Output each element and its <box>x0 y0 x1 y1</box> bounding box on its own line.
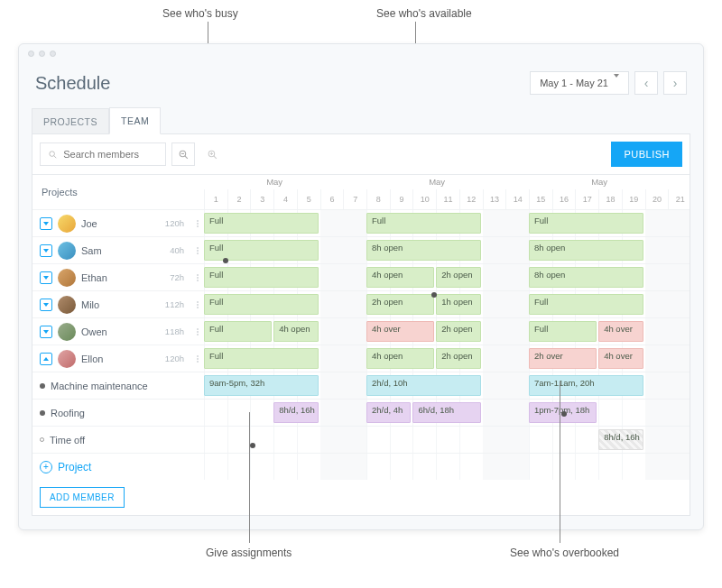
schedule-block[interactable]: 4h over <box>598 348 643 369</box>
schedule-block[interactable]: 2h open <box>366 294 434 315</box>
day-header: 20 <box>645 189 669 209</box>
schedule-block[interactable]: Full <box>529 321 597 342</box>
schedule-block[interactable]: Full <box>366 213 481 234</box>
date-range-picker[interactable]: May 1 - May 21 <box>530 71 629 95</box>
expand-toggle[interactable] <box>40 299 52 311</box>
schedule-block[interactable]: 8h/d, 16h <box>598 429 643 450</box>
expand-toggle[interactable] <box>40 353 52 365</box>
schedule-block[interactable]: Full <box>204 294 319 315</box>
busy-marker-dot <box>223 258 228 263</box>
expand-toggle[interactable] <box>40 271 52 284</box>
add-project-button[interactable]: +Project <box>32 454 204 480</box>
schedule-block[interactable]: 2h open <box>436 348 480 369</box>
schedule-block[interactable]: 6h/d, 18h <box>412 402 480 423</box>
schedule-block[interactable]: Full <box>204 213 319 234</box>
timeline-header: MayMayMay 123456789101112131415161718192… <box>204 175 690 209</box>
schedule-block[interactable]: 8h open <box>366 240 481 261</box>
drag-handle-icon[interactable] <box>197 247 199 254</box>
drag-handle-icon[interactable] <box>197 301 199 308</box>
zoom-in-button[interactable] <box>200 142 224 166</box>
avatar <box>58 323 76 341</box>
tab-team[interactable]: TEAM <box>109 107 161 134</box>
schedule-block[interactable]: 4h open <box>273 321 318 342</box>
grid-header-left: Projects <box>32 175 204 209</box>
prev-range-button[interactable] <box>634 71 658 95</box>
member-name: Owen <box>81 326 107 337</box>
member-hours: 40h <box>170 245 184 255</box>
schedule-block[interactable]: 1h open <box>436 294 480 315</box>
publish-button[interactable]: PUBLISH <box>611 142 682 167</box>
day-header: 6 <box>320 189 344 209</box>
search-input-wrapper[interactable] <box>40 142 166 166</box>
schedule-block[interactable]: 2h/d, 4h <box>366 402 411 423</box>
view-tabs: PROJECTS TEAM <box>19 107 703 134</box>
schedule-block[interactable]: 7am-11am, 20h <box>529 375 643 396</box>
member-name: Ellon <box>81 354 103 364</box>
overbooked-marker-dot <box>561 411 567 417</box>
callout-busy: See who's busy <box>162 7 238 20</box>
search-input[interactable] <box>63 149 158 160</box>
callout-available: See who's available <box>376 7 472 20</box>
day-header: 2 <box>227 189 251 209</box>
schedule-block[interactable]: 4h over <box>598 321 643 342</box>
schedule-block[interactable]: 9am-5pm, 32h <box>204 375 319 396</box>
window-dot <box>28 51 34 57</box>
expand-toggle[interactable] <box>40 326 52 338</box>
callout-assignments: Give assignments <box>206 547 292 559</box>
drag-handle-icon[interactable] <box>197 274 199 281</box>
schedule-block[interactable]: Full <box>204 240 319 261</box>
day-header: 13 <box>483 189 506 209</box>
schedule-block[interactable]: 2h open <box>436 321 480 342</box>
bullet-icon <box>40 437 44 442</box>
day-header: 14 <box>505 189 529 209</box>
expand-toggle[interactable] <box>40 244 52 257</box>
zoom-out-button[interactable] <box>171 142 195 166</box>
bullet-icon <box>40 383 45 389</box>
drag-handle-icon[interactable] <box>197 328 199 335</box>
avatar <box>58 296 76 314</box>
plus-icon: + <box>40 461 52 473</box>
tab-projects[interactable]: PROJECTS <box>32 108 109 134</box>
schedule-block[interactable]: Full <box>529 213 643 234</box>
month-label: May <box>429 177 445 187</box>
schedule-block[interactable]: 4h over <box>366 321 434 342</box>
date-range-label: May 1 - May 21 <box>540 78 608 88</box>
add-member-button[interactable]: ADD MEMBER <box>40 487 125 508</box>
window-dot <box>50 51 56 57</box>
schedule-block[interactable]: 2h/d, 10h <box>366 375 481 396</box>
drag-handle-icon[interactable] <box>197 355 199 363</box>
schedule-block[interactable]: 8h/d, 16h <box>273 402 318 423</box>
day-header: 1 <box>204 189 227 209</box>
day-header: 16 <box>552 189 576 209</box>
member-name: Milo <box>81 299 99 310</box>
avatar <box>58 215 76 233</box>
drag-handle-icon[interactable] <box>197 220 199 227</box>
member-hours: 112h <box>165 299 184 309</box>
next-range-button[interactable] <box>663 71 687 95</box>
member-hours: 120h <box>165 354 184 363</box>
day-header: 3 <box>250 189 273 209</box>
day-header: 12 <box>459 189 483 209</box>
day-header: 17 <box>575 189 598 209</box>
project-label: Roofing <box>51 408 85 418</box>
schedule-block[interactable]: 4h open <box>366 348 434 369</box>
month-label: May <box>591 177 607 187</box>
schedule-block[interactable]: Full <box>204 348 319 369</box>
schedule-block[interactable]: 2h open <box>436 267 480 288</box>
svg-line-4 <box>184 155 187 158</box>
expand-toggle[interactable] <box>40 217 52 230</box>
day-header: 19 <box>622 189 645 209</box>
window-titlebar <box>19 44 703 62</box>
assignments-marker-dot <box>250 443 255 448</box>
schedule-block[interactable]: 8h open <box>529 267 643 288</box>
schedule-block[interactable]: Full <box>204 267 319 288</box>
schedule-block[interactable]: 8h open <box>529 240 643 261</box>
callout-overbooked: See who's overbooked <box>510 547 619 559</box>
available-marker-dot <box>431 292 437 298</box>
schedule-block[interactable]: Full <box>204 321 272 342</box>
schedule-block[interactable]: Full <box>529 294 643 315</box>
search-icon <box>48 149 58 161</box>
schedule-block[interactable]: 4h open <box>366 267 434 288</box>
schedule-block[interactable]: 2h over <box>529 348 597 369</box>
day-header: 4 <box>273 189 297 209</box>
